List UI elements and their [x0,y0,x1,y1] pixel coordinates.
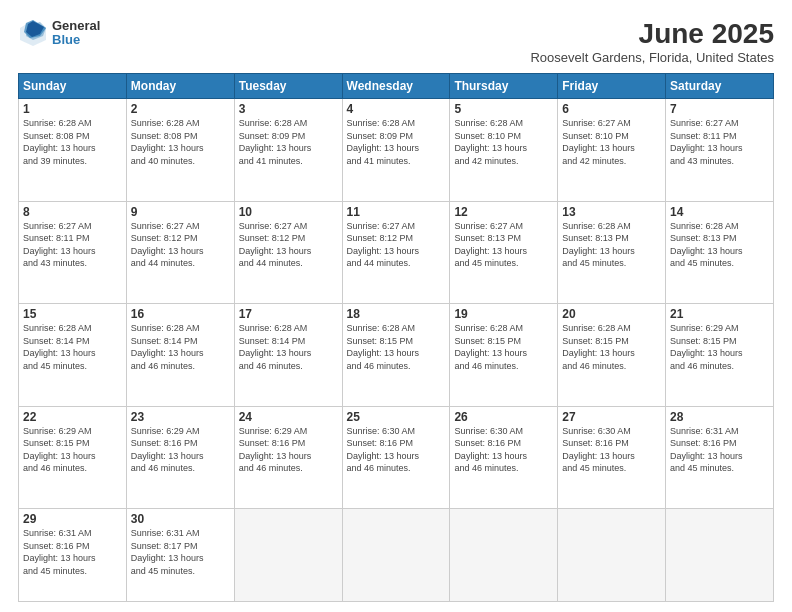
table-row: 17Sunrise: 6:28 AM Sunset: 8:14 PM Dayli… [234,304,342,407]
day-info: Sunrise: 6:28 AM Sunset: 8:15 PM Dayligh… [347,322,446,372]
day-number: 23 [131,410,230,424]
day-number: 6 [562,102,661,116]
header-sunday: Sunday [19,74,127,99]
day-info: Sunrise: 6:27 AM Sunset: 8:12 PM Dayligh… [347,220,446,270]
table-row: 8Sunrise: 6:27 AM Sunset: 8:11 PM Daylig… [19,201,127,304]
day-info: Sunrise: 6:27 AM Sunset: 8:11 PM Dayligh… [23,220,122,270]
table-row: 5Sunrise: 6:28 AM Sunset: 8:10 PM Daylig… [450,99,558,202]
day-number: 26 [454,410,553,424]
table-row [342,509,450,602]
header-monday: Monday [126,74,234,99]
table-row: 22Sunrise: 6:29 AM Sunset: 8:15 PM Dayli… [19,406,127,509]
day-info: Sunrise: 6:27 AM Sunset: 8:12 PM Dayligh… [131,220,230,270]
table-row: 16Sunrise: 6:28 AM Sunset: 8:14 PM Dayli… [126,304,234,407]
header: General Blue June 2025 Roosevelt Gardens… [18,18,774,65]
header-thursday: Thursday [450,74,558,99]
day-info: Sunrise: 6:31 AM Sunset: 8:17 PM Dayligh… [131,527,230,577]
day-number: 29 [23,512,122,526]
day-info: Sunrise: 6:31 AM Sunset: 8:16 PM Dayligh… [23,527,122,577]
day-info: Sunrise: 6:28 AM Sunset: 8:15 PM Dayligh… [562,322,661,372]
day-info: Sunrise: 6:30 AM Sunset: 8:16 PM Dayligh… [562,425,661,475]
table-row: 13Sunrise: 6:28 AM Sunset: 8:13 PM Dayli… [558,201,666,304]
day-info: Sunrise: 6:28 AM Sunset: 8:13 PM Dayligh… [670,220,769,270]
day-number: 10 [239,205,338,219]
day-number: 27 [562,410,661,424]
table-row: 28Sunrise: 6:31 AM Sunset: 8:16 PM Dayli… [666,406,774,509]
day-number: 28 [670,410,769,424]
table-row: 2Sunrise: 6:28 AM Sunset: 8:08 PM Daylig… [126,99,234,202]
table-row: 29Sunrise: 6:31 AM Sunset: 8:16 PM Dayli… [19,509,127,602]
calendar-row-0: 1Sunrise: 6:28 AM Sunset: 8:08 PM Daylig… [19,99,774,202]
day-number: 22 [23,410,122,424]
day-number: 18 [347,307,446,321]
day-info: Sunrise: 6:28 AM Sunset: 8:09 PM Dayligh… [347,117,446,167]
day-info: Sunrise: 6:30 AM Sunset: 8:16 PM Dayligh… [454,425,553,475]
day-info: Sunrise: 6:29 AM Sunset: 8:15 PM Dayligh… [670,322,769,372]
table-row [558,509,666,602]
table-row: 18Sunrise: 6:28 AM Sunset: 8:15 PM Dayli… [342,304,450,407]
day-info: Sunrise: 6:28 AM Sunset: 8:14 PM Dayligh… [239,322,338,372]
table-row: 3Sunrise: 6:28 AM Sunset: 8:09 PM Daylig… [234,99,342,202]
month-title: June 2025 [530,18,774,50]
day-number: 11 [347,205,446,219]
header-tuesday: Tuesday [234,74,342,99]
page: General Blue June 2025 Roosevelt Gardens… [0,0,792,612]
day-number: 21 [670,307,769,321]
table-row: 4Sunrise: 6:28 AM Sunset: 8:09 PM Daylig… [342,99,450,202]
weekday-header-row: Sunday Monday Tuesday Wednesday Thursday… [19,74,774,99]
logo-general-text: General [52,19,100,33]
table-row: 21Sunrise: 6:29 AM Sunset: 8:15 PM Dayli… [666,304,774,407]
table-row: 12Sunrise: 6:27 AM Sunset: 8:13 PM Dayli… [450,201,558,304]
day-info: Sunrise: 6:28 AM Sunset: 8:14 PM Dayligh… [23,322,122,372]
location: Roosevelt Gardens, Florida, United State… [530,50,774,65]
logo: General Blue [18,18,100,48]
day-number: 17 [239,307,338,321]
day-info: Sunrise: 6:28 AM Sunset: 8:15 PM Dayligh… [454,322,553,372]
day-info: Sunrise: 6:28 AM Sunset: 8:14 PM Dayligh… [131,322,230,372]
day-number: 5 [454,102,553,116]
day-info: Sunrise: 6:29 AM Sunset: 8:16 PM Dayligh… [131,425,230,475]
calendar-row-4: 29Sunrise: 6:31 AM Sunset: 8:16 PM Dayli… [19,509,774,602]
table-row: 15Sunrise: 6:28 AM Sunset: 8:14 PM Dayli… [19,304,127,407]
calendar: Sunday Monday Tuesday Wednesday Thursday… [18,73,774,602]
header-friday: Friday [558,74,666,99]
logo-text: General Blue [52,19,100,48]
table-row: 10Sunrise: 6:27 AM Sunset: 8:12 PM Dayli… [234,201,342,304]
day-number: 19 [454,307,553,321]
table-row: 25Sunrise: 6:30 AM Sunset: 8:16 PM Dayli… [342,406,450,509]
day-info: Sunrise: 6:31 AM Sunset: 8:16 PM Dayligh… [670,425,769,475]
day-number: 12 [454,205,553,219]
table-row: 30Sunrise: 6:31 AM Sunset: 8:17 PM Dayli… [126,509,234,602]
day-info: Sunrise: 6:27 AM Sunset: 8:11 PM Dayligh… [670,117,769,167]
day-number: 15 [23,307,122,321]
table-row [450,509,558,602]
calendar-row-1: 8Sunrise: 6:27 AM Sunset: 8:11 PM Daylig… [19,201,774,304]
table-row: 9Sunrise: 6:27 AM Sunset: 8:12 PM Daylig… [126,201,234,304]
day-number: 20 [562,307,661,321]
table-row: 23Sunrise: 6:29 AM Sunset: 8:16 PM Dayli… [126,406,234,509]
day-info: Sunrise: 6:29 AM Sunset: 8:15 PM Dayligh… [23,425,122,475]
table-row: 7Sunrise: 6:27 AM Sunset: 8:11 PM Daylig… [666,99,774,202]
day-number: 9 [131,205,230,219]
day-number: 14 [670,205,769,219]
day-info: Sunrise: 6:29 AM Sunset: 8:16 PM Dayligh… [239,425,338,475]
day-info: Sunrise: 6:28 AM Sunset: 8:13 PM Dayligh… [562,220,661,270]
table-row: 19Sunrise: 6:28 AM Sunset: 8:15 PM Dayli… [450,304,558,407]
day-number: 7 [670,102,769,116]
table-row: 27Sunrise: 6:30 AM Sunset: 8:16 PM Dayli… [558,406,666,509]
day-info: Sunrise: 6:27 AM Sunset: 8:10 PM Dayligh… [562,117,661,167]
title-block: June 2025 Roosevelt Gardens, Florida, Un… [530,18,774,65]
logo-blue-text: Blue [52,33,100,47]
table-row: 6Sunrise: 6:27 AM Sunset: 8:10 PM Daylig… [558,99,666,202]
day-info: Sunrise: 6:28 AM Sunset: 8:09 PM Dayligh… [239,117,338,167]
day-number: 25 [347,410,446,424]
table-row: 20Sunrise: 6:28 AM Sunset: 8:15 PM Dayli… [558,304,666,407]
header-saturday: Saturday [666,74,774,99]
day-number: 24 [239,410,338,424]
day-number: 13 [562,205,661,219]
day-number: 8 [23,205,122,219]
day-number: 1 [23,102,122,116]
table-row: 14Sunrise: 6:28 AM Sunset: 8:13 PM Dayli… [666,201,774,304]
header-wednesday: Wednesday [342,74,450,99]
day-info: Sunrise: 6:28 AM Sunset: 8:08 PM Dayligh… [23,117,122,167]
